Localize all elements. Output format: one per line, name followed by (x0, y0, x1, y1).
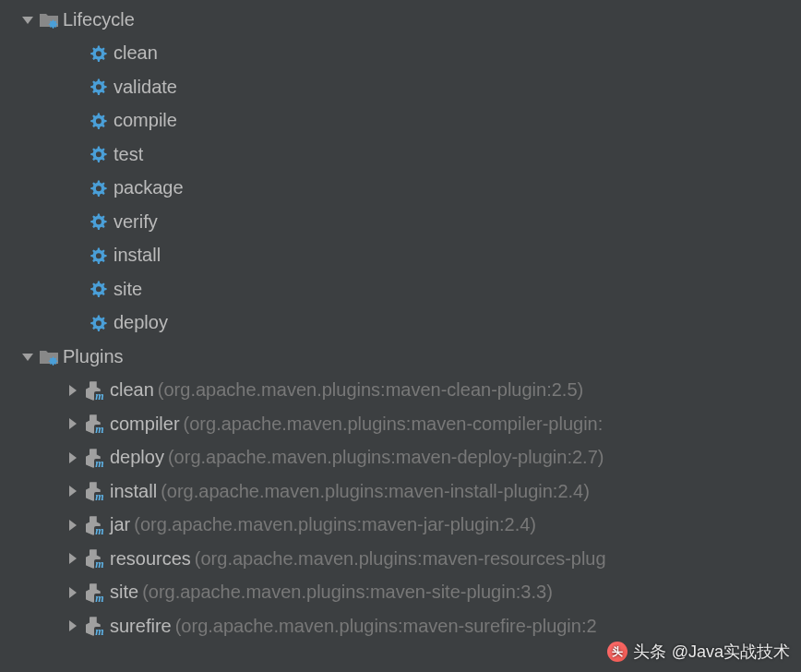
lifecycle-phase[interactable]: package (0, 172, 801, 206)
folder-gear-icon (39, 11, 59, 28)
lifecycle-phase[interactable]: compile (0, 104, 801, 138)
phase-label: deploy (114, 312, 168, 333)
lifecycle-node[interactable]: Lifecycle (0, 3, 801, 37)
chevron-right-icon[interactable] (69, 418, 77, 429)
maven-plugin-icon (84, 616, 106, 636)
plugin-coords: (org.apache.maven.plugins:maven-jar-plug… (134, 514, 536, 535)
plugins-node[interactable]: Plugins (0, 340, 801, 374)
lifecycle-phase[interactable]: test (0, 138, 801, 172)
lifecycle-label: Lifecycle (63, 9, 135, 30)
phase-label: test (114, 144, 143, 165)
maven-plugin-icon (84, 414, 106, 434)
lifecycle-phase[interactable]: clean (0, 37, 801, 71)
plugin-name: compiler (110, 414, 180, 435)
maven-plugin-icon (84, 582, 106, 603)
chevron-down-icon[interactable] (22, 354, 33, 361)
chevron-right-icon[interactable] (69, 553, 77, 564)
gear-icon (88, 43, 108, 64)
plugin-coords: (org.apache.maven.plugins:maven-install-… (161, 481, 590, 502)
gear-icon (88, 246, 108, 266)
plugin-name: site (110, 582, 138, 603)
chevron-down-icon[interactable] (22, 17, 33, 24)
chevron-right-icon[interactable] (69, 452, 77, 463)
watermark-prefix: 头条 (633, 641, 666, 663)
plugin-name: clean (110, 379, 154, 401)
plugin-node[interactable]: surefire (org.apache.maven.plugins:maven… (0, 609, 801, 643)
chevron-right-icon[interactable] (69, 385, 77, 396)
plugin-name: install (110, 481, 157, 502)
plugin-name: surefire (110, 616, 172, 637)
plugin-node[interactable]: jar (org.apache.maven.plugins:maven-jar-… (0, 509, 801, 543)
plugin-node[interactable]: resources (org.apache.maven.plugins:mave… (0, 542, 801, 576)
gear-icon (88, 144, 108, 164)
maven-plugin-icon (84, 380, 106, 401)
watermark: 头 头条 @Java实战技术 (607, 641, 790, 663)
plugin-coords: (org.apache.maven.plugins:maven-clean-pl… (158, 379, 583, 401)
plugin-node[interactable]: compiler (org.apache.maven.plugins:maven… (0, 407, 801, 441)
chevron-right-icon[interactable] (69, 587, 77, 598)
gear-icon (88, 279, 108, 299)
plugin-coords: (org.apache.maven.plugins:maven-compiler… (184, 414, 604, 435)
chevron-right-icon[interactable] (69, 520, 77, 531)
plugin-name: jar (110, 514, 130, 535)
phase-label: package (114, 177, 184, 198)
maven-tree: Lifecycle clean validate compile test pa… (0, 0, 801, 643)
maven-plugin-icon (84, 481, 106, 501)
maven-plugin-icon (84, 515, 106, 535)
plugin-node[interactable]: clean (org.apache.maven.plugins:maven-cl… (0, 374, 801, 408)
gear-icon (88, 211, 108, 232)
phase-label: install (114, 245, 161, 266)
lifecycle-phase[interactable]: site (0, 272, 801, 306)
maven-plugin-icon (84, 548, 106, 569)
plugins-label: Plugins (63, 346, 124, 367)
plugin-node[interactable]: install (org.apache.maven.plugins:maven-… (0, 474, 801, 509)
gear-icon (88, 77, 108, 97)
plugin-coords: (org.apache.maven.plugins:maven-resource… (195, 548, 606, 570)
maven-plugin-icon (84, 448, 106, 468)
plugin-coords: (org.apache.maven.plugins:maven-site-plu… (142, 582, 553, 603)
toutiao-icon: 头 (607, 642, 628, 662)
phase-label: compile (114, 110, 177, 131)
plugin-node[interactable]: deploy (org.apache.maven.plugins:maven-d… (0, 441, 801, 475)
gear-icon (88, 313, 108, 333)
lifecycle-phase[interactable]: verify (0, 205, 801, 239)
plugin-node[interactable]: site (org.apache.maven.plugins:maven-sit… (0, 576, 801, 610)
watermark-handle: @Java实战技术 (672, 641, 790, 663)
plugin-name: deploy (110, 447, 164, 468)
plugin-name: resources (110, 548, 191, 570)
chevron-right-icon[interactable] (69, 620, 77, 631)
phase-label: verify (114, 211, 158, 233)
phase-label: clean (114, 42, 158, 64)
gear-icon (88, 178, 108, 198)
phase-label: validate (114, 77, 177, 98)
plugin-coords: (org.apache.maven.plugins:maven-deploy-p… (168, 447, 604, 468)
gear-icon (88, 111, 108, 131)
chevron-right-icon[interactable] (69, 486, 77, 497)
lifecycle-phase[interactable]: validate (0, 70, 801, 104)
lifecycle-phase[interactable]: deploy (0, 306, 801, 341)
folder-gear-icon (39, 348, 59, 365)
lifecycle-phase[interactable]: install (0, 239, 801, 273)
plugin-coords: (org.apache.maven.plugins:maven-surefire… (175, 616, 597, 637)
phase-label: site (114, 279, 142, 300)
